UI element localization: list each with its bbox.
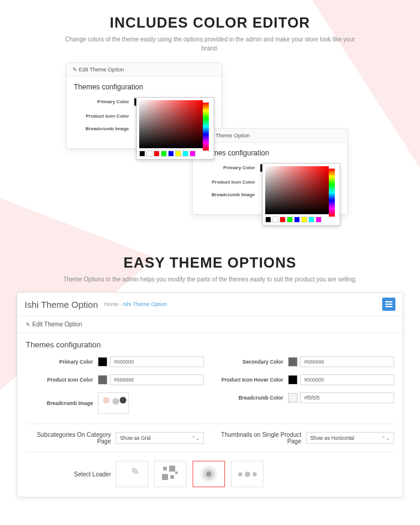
icon-color-input[interactable]: #666666 [110, 374, 204, 385]
breadcrumb-label-1: Breadcrumb Image [74, 126, 134, 131]
loader-option-arcs[interactable] [116, 461, 148, 487]
theme-options-panel: Ishi Theme Option Home · Ishi Theme Opti… [17, 292, 403, 497]
panel1-config-title: Themes configuration [74, 83, 214, 91]
panel-sub-header: ✎ Edit Theme Option [17, 316, 403, 333]
hover-color-input[interactable]: #000000 [300, 374, 394, 385]
hover-color-label: Product Icon Hover Color [216, 377, 288, 383]
page-title: Ishi Theme Option [25, 299, 98, 310]
primary-color-label-2: Primary Color [200, 165, 260, 170]
primary-color-input[interactable]: #000000 [110, 356, 204, 367]
menu-button[interactable] [382, 298, 395, 311]
select-loader-label: Select Loader [26, 471, 116, 478]
breadcrumb-current: Ishi Theme Option [123, 301, 167, 307]
section2-subtitle: Theme Options in the admin helps you mod… [60, 275, 360, 284]
dots-loader-icon [238, 472, 257, 477]
color-editor-panel-2: ✎ Edit Theme Option Themes configuration… [192, 128, 348, 215]
breadcrumb-color-swatch[interactable] [288, 393, 298, 403]
hue-slider-2[interactable] [329, 169, 335, 217]
subcategories-select[interactable]: Show as Grid ⌃⌄ [116, 432, 204, 444]
breadcrumb-image-upload[interactable] [98, 392, 129, 414]
secondary-color-input[interactable]: #666666 [300, 356, 394, 367]
chevron-updown-icon: ⌃⌄ [191, 436, 200, 441]
thumbnails-select[interactable]: Show as Horizontal ⌃⌄ [306, 432, 394, 444]
subcategories-label: Subcategories On Category Page [26, 431, 116, 445]
arcs-loader-icon [124, 466, 140, 482]
breadcrumb-color-input[interactable]: #f5f5f5 [300, 392, 394, 403]
color-picker-popup-2[interactable] [262, 163, 340, 226]
color-picker-popup-1[interactable] [136, 97, 214, 160]
section1-title: INCLUDES COLOR EDITOR [0, 14, 420, 31]
section1-subtitle: Change colors of the theme easily using … [60, 35, 360, 53]
config-title: Themes configuration [26, 340, 394, 349]
breadcrumb-label-2: Breadcrumb Image [200, 192, 260, 197]
breadcrumb: Home · Ishi Theme Option [104, 301, 167, 307]
preset-swatches-2[interactable] [265, 217, 337, 223]
loader-option-target-selected[interactable] [193, 461, 225, 487]
secondary-color-swatch[interactable] [288, 357, 298, 367]
panel2-header: ✎ Edit Theme Option [193, 129, 347, 143]
panel2-config-title: Themes configuration [200, 149, 340, 157]
loader-option-squares[interactable] [154, 461, 187, 487]
breadcrumb-image-label: Breadcrumb Image [26, 400, 98, 406]
pencil-icon: ✎ [26, 322, 31, 328]
primary-color-label: Primary Color [26, 359, 98, 365]
hue-slider-1[interactable] [203, 103, 209, 151]
pencil-icon: ✎ [73, 67, 77, 73]
icon-color-label: Product Icon Color [26, 377, 98, 383]
icon-color-swatch[interactable] [98, 375, 107, 385]
hover-color-swatch[interactable] [288, 375, 298, 385]
color-gradient-area-2[interactable] [265, 166, 329, 214]
breadcrumb-home[interactable]: Home [104, 301, 118, 307]
panel1-header-text: Edit Theme Option [79, 67, 124, 73]
secondary-color-label: Secondary Color [216, 359, 288, 365]
squares-loader-icon [162, 466, 179, 482]
primary-color-label-1: Primary Color [74, 99, 134, 104]
breadcrumb-color-label: Breadcrumb Color [216, 395, 288, 401]
panel1-header: ✎ Edit Theme Option [67, 63, 221, 77]
preset-swatches-1[interactable] [139, 151, 211, 157]
hamburger-icon [385, 304, 392, 305]
thumbnails-label: Thumbnails on Single Product Page [216, 431, 306, 445]
loader-option-dots[interactable] [231, 461, 263, 487]
primary-color-swatch[interactable] [98, 357, 107, 367]
breadcrumb-image-preview [100, 394, 127, 412]
color-editor-panel-1: ✎ Edit Theme Option Themes configuration… [66, 62, 222, 149]
color-gradient-area-1[interactable] [139, 100, 203, 148]
target-loader-icon [200, 466, 217, 482]
chevron-updown-icon: ⌃⌄ [382, 436, 390, 441]
producticon-label-1: Product Icon Color [74, 113, 134, 119]
section2-title: EASY THEME OPTIONS [0, 254, 420, 271]
producticon-label-2: Product Icon Color [200, 179, 260, 185]
